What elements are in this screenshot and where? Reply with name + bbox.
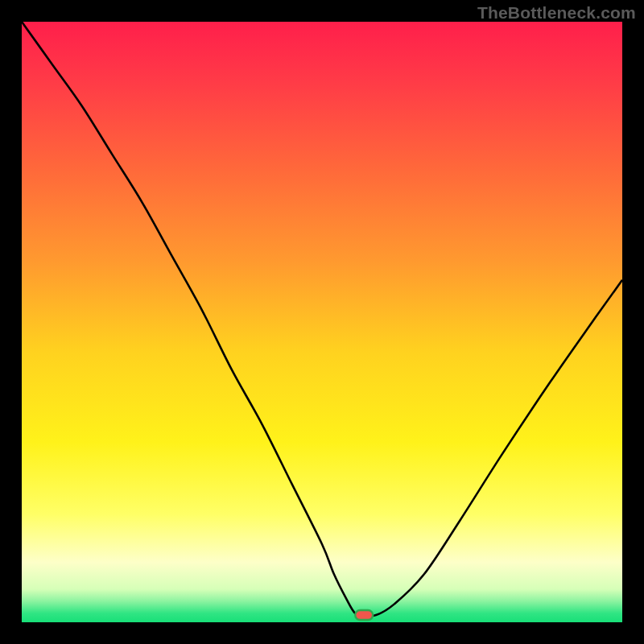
chart-svg — [22, 22, 622, 622]
plot-area — [22, 22, 622, 622]
watermark-text: TheBottleneck.com — [477, 3, 636, 23]
gradient-background — [22, 22, 622, 622]
optimum-marker — [355, 610, 373, 620]
chart-frame: TheBottleneck.com — [0, 0, 644, 644]
